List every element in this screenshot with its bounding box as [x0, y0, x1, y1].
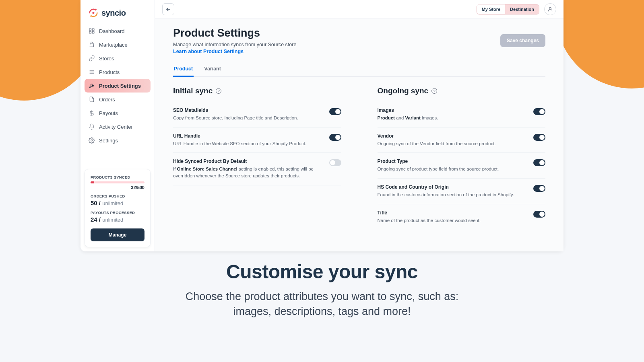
orders-pushed-label: ORDERS PUSHED	[91, 194, 144, 198]
sidebar-item-label: Marketplace	[99, 42, 128, 48]
user-icon	[547, 6, 553, 12]
setting-desc: Name of the product as the customer woul…	[378, 217, 522, 224]
grid-icon	[89, 28, 95, 34]
payouts-processed-value: 24 / unlimited	[91, 216, 144, 223]
progress-fill	[91, 181, 94, 183]
app-frame: syncio Dashboard Marketplace Stores Prod…	[80, 0, 564, 251]
svg-point-13	[549, 7, 551, 9]
svg-rect-5	[89, 31, 91, 33]
tab-variant[interactable]: Variant	[203, 62, 222, 76]
toggle-url-handle[interactable]	[329, 134, 341, 141]
hero-title: Customise your sync	[0, 261, 644, 283]
hero-text: Customise your sync Choose the product a…	[0, 261, 644, 319]
ongoing-sync-column: Ongoing sync ? Images Product and Varian…	[378, 86, 546, 229]
help-icon[interactable]: ?	[216, 88, 221, 94]
toggle-hide-synced[interactable]	[329, 159, 341, 166]
setting-hide-synced: Hide Synced Product By Default If Online…	[173, 153, 341, 185]
tab-product[interactable]: Product	[173, 62, 194, 77]
file-icon	[89, 96, 95, 103]
help-icon[interactable]: ?	[431, 88, 437, 94]
svg-rect-6	[92, 31, 94, 33]
my-store-segment[interactable]: My Store	[477, 4, 505, 14]
sidebar-item-stores[interactable]: Stores	[85, 51, 151, 65]
svg-point-2	[92, 12, 94, 14]
payouts-unlimited: unlimited	[102, 217, 123, 223]
content: Product Settings Manage what information…	[155, 19, 564, 251]
usage-stats-card: PRODUCTS SYNCED 32/500 ORDERS PUSHED 50 …	[85, 169, 151, 247]
initial-sync-column: Initial sync ? SEO Metafields Copy from …	[173, 86, 341, 229]
brand-logo[interactable]: syncio	[85, 4, 151, 24]
toggle-title[interactable]	[533, 211, 545, 218]
setting-title: Product Type	[378, 158, 522, 164]
sidebar-item-label: Orders	[99, 97, 115, 103]
sidebar-item-payouts[interactable]: Payouts	[85, 106, 151, 120]
toggle-vendor[interactable]	[533, 134, 545, 141]
sidebar-item-label: Stores	[99, 56, 114, 62]
svg-rect-4	[92, 29, 94, 31]
setting-vendor: Vendor Ongoing sync of the Vendor field …	[378, 128, 546, 153]
decorative-circle-right	[555, 0, 644, 88]
setting-title: Title	[378, 210, 522, 216]
toggle-hs-code[interactable]	[533, 185, 545, 192]
learn-link[interactable]: Learn about Product Settings	[173, 49, 244, 54]
sidebar-item-orders[interactable]: Orders	[85, 93, 151, 106]
toggle-images[interactable]	[533, 108, 545, 115]
svg-rect-3	[89, 29, 91, 31]
store-switcher[interactable]: My Store Destination	[477, 4, 539, 14]
setting-desc: Product and Variant images.	[378, 115, 522, 121]
toggle-product-type[interactable]	[533, 159, 545, 166]
sidebar-item-label: Product Settings	[99, 83, 141, 89]
setting-title: Images	[378, 107, 522, 113]
setting-url-handle: URL Handle URL Handle in the Website SEO…	[173, 128, 341, 153]
toggle-seo-metafields[interactable]	[329, 108, 341, 115]
main-area: My Store Destination Product Settings Ma…	[155, 0, 564, 251]
setting-product-type: Product Type Ongoing sync of product typ…	[378, 153, 546, 179]
ongoing-sync-heading: Ongoing sync	[378, 86, 429, 95]
orders-unlimited: unlimited	[102, 200, 123, 206]
link-icon	[89, 55, 95, 62]
setting-title: SEO Metafields	[173, 107, 318, 113]
sidebar-item-products[interactable]: Products	[85, 65, 151, 79]
sidebar-item-dashboard[interactable]: Dashboard	[85, 24, 151, 38]
payouts-processed-label: PAYOUTS PROCESSED	[91, 210, 144, 215]
orders-pushed-value: 50 / unlimited	[91, 200, 144, 206]
dollar-icon	[89, 110, 95, 116]
sidebar-item-marketplace[interactable]: Marketplace	[85, 38, 151, 51]
hero-subtitle: Choose the product attributes you want t…	[0, 289, 644, 319]
setting-desc: URL Handle in the Website SEO section of…	[173, 140, 318, 147]
setting-desc: Ongoing sync of the Vendor field from th…	[378, 140, 522, 147]
back-button[interactable]	[162, 3, 174, 15]
products-synced-label: PRODUCTS SYNCED	[91, 175, 144, 179]
tabs: Product Variant	[173, 62, 545, 77]
page-title: Product Settings	[173, 27, 296, 39]
sidebar: syncio Dashboard Marketplace Stores Prod…	[80, 0, 155, 251]
setting-images: Images Product and Variant images.	[378, 102, 546, 128]
setting-desc: Ongoing sync of product type field from …	[378, 166, 522, 173]
user-avatar-button[interactable]	[544, 3, 556, 15]
destination-segment[interactable]: Destination	[505, 4, 539, 14]
manage-button[interactable]: Manage	[91, 228, 144, 241]
sidebar-item-label: Dashboard	[99, 28, 125, 34]
setting-title: Hide Synced Product By Default	[173, 158, 318, 164]
gear-icon	[89, 137, 95, 144]
sidebar-item-label: Payouts	[99, 110, 118, 116]
save-changes-button[interactable]: Save changes	[500, 34, 545, 47]
list-icon	[89, 69, 95, 75]
setting-title-sync: Title Name of the product as the custome…	[378, 204, 546, 230]
topbar: My Store Destination	[155, 0, 564, 19]
orders-number: 50 /	[91, 200, 102, 206]
svg-point-11	[91, 140, 93, 141]
setting-title: URL Handle	[173, 133, 318, 139]
setting-title: HS Code and Country of Origin	[378, 184, 522, 190]
sidebar-item-product-settings[interactable]: Product Settings	[85, 79, 151, 93]
setting-desc: Copy from Source store, including Page t…	[173, 115, 318, 121]
products-synced-value: 32/500	[91, 185, 144, 190]
sidebar-item-activity[interactable]: Activity Center	[85, 120, 151, 134]
sidebar-item-label: Settings	[99, 138, 118, 144]
bell-icon	[89, 123, 95, 130]
sidebar-item-settings[interactable]: Settings	[85, 134, 151, 147]
setting-hs-code: HS Code and Country of Origin Found in t…	[378, 179, 546, 204]
initial-sync-heading: Initial sync	[173, 86, 213, 95]
setting-desc: If Online Store Sales Channel setting is…	[173, 166, 318, 179]
sidebar-item-label: Products	[99, 69, 120, 75]
